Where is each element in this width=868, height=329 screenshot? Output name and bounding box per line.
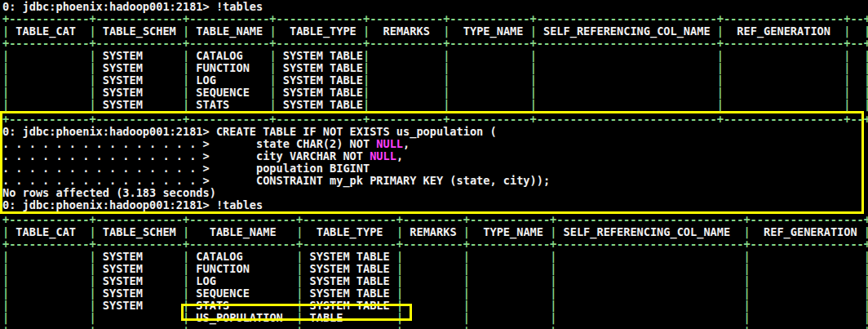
highlight-box-create-table: +------------+-------------+------------… [0, 111, 864, 214]
sql-line-city: . . . . . . . . . . . . . . . > city VAR… [2, 150, 861, 162]
table1-row-catalog: | | SYSTEM | CATALOG | SYSTEM TABLE| | |… [2, 50, 868, 62]
table1-header-separator: +------------+-------------+------------… [2, 38, 868, 50]
table2-row-stats: | | SYSTEM | STATS | SYSTEM TABLE | | | … [2, 300, 868, 312]
table1-row-stats: | | SYSTEM | STATS | SYSTEM TABLE| | | |… [2, 99, 868, 111]
prompt-line-tables-2: 0: jdbc:phoenix:hadoop001:2181> !tables [2, 199, 861, 211]
table2-row-sequence: | | SYSTEM | SEQUENCE | SYSTEM TABLE | |… [2, 287, 868, 300]
terminal-output-top: 0: jdbc:phoenix:hadoop001:2181> !tables+… [2, 1, 868, 111]
sql-line-state: . . . . . . . . . . . . . . . > state CH… [2, 138, 861, 150]
table1-border-top: +------------+-------------+------------… [2, 13, 868, 25]
prompt-line-tables-1: 0: jdbc:phoenix:hadoop001:2181> !tables [2, 1, 868, 13]
table1-row-log: | | SYSTEM | LOG | SYSTEM TABLE| | | | |… [2, 74, 868, 87]
table2-row-log: | | SYSTEM | LOG | SYSTEM TABLE | | | | … [2, 275, 868, 287]
table1-row-sequence: | | SYSTEM | SEQUENCE | SYSTEM TABLE| | … [2, 87, 868, 99]
sql-line-create-table: 0: jdbc:phoenix:hadoop001:2181> CREATE T… [2, 126, 861, 138]
table2-row-function: | | SYSTEM | FUNCTION | SYSTEM TABLE | |… [2, 263, 868, 275]
table1-header-row: | TABLE_CAT | TABLE_SCHEM | TABLE_NAME |… [2, 25, 868, 38]
terminal-output-bottom: +------------+-------------+------------… [2, 214, 868, 329]
table1-border-bottom: +------------+-------------+------------… [2, 113, 861, 126]
table1-row-function: | | SYSTEM | FUNCTION | SYSTEM TABLE| | … [2, 62, 868, 74]
table2-row-catalog: | | SYSTEM | CATALOG | SYSTEM TABLE | | … [2, 251, 868, 263]
status-line-no-rows-affected: No rows affected (3.183 seconds) [2, 187, 861, 199]
sql-line-population: . . . . . . . . . . . . . . . > populati… [2, 162, 861, 175]
table2-header-separator: +------------+-------------+------------… [2, 238, 868, 251]
table2-row-us-population: | | | US_POPULATION | TABLE | | | | | [2, 312, 868, 324]
sql-line-constraint: . . . . . . . . . . . . . . . > CONSTRAI… [2, 175, 861, 187]
table2-border-top: +------------+-------------+------------… [2, 214, 868, 226]
table2-header-row: | TABLE_CAT | TABLE_SCHEM | TABLE_NAME |… [2, 226, 868, 238]
table2-border-bottom: +------------+-------------+------------… [2, 324, 868, 329]
terminal-screen[interactable]: 0: jdbc:phoenix:hadoop001:2181> !tables+… [0, 0, 868, 329]
